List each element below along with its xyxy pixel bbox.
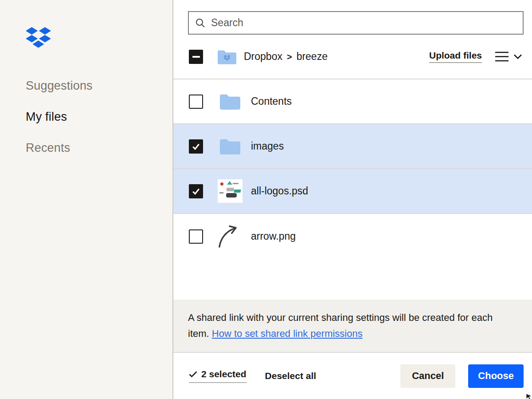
sidebar-item-suggestions[interactable]: Suggestions [26,79,172,93]
cancel-button[interactable]: Cancel [400,364,455,388]
file-type-icon [216,93,244,110]
file-name-label: arrow.png [251,230,296,242]
file-row[interactable]: images [173,124,532,169]
upload-files-link[interactable]: Upload files [429,50,482,63]
file-row[interactable]: Contents [173,79,532,124]
search-area [188,11,524,35]
toolbar-right: Upload files [429,50,522,63]
row-checkbox[interactable] [189,184,203,198]
file-chooser-dialog: Suggestions My files Recents [0,0,532,399]
deselect-all-button[interactable]: Deselect all [265,371,317,381]
file-type-icon [216,138,244,154]
file-row[interactable]: arrow.png [173,214,532,259]
check-icon [189,371,197,378]
check-icon [191,186,201,197]
list-view-icon [495,51,509,62]
search-box[interactable] [188,11,524,35]
folder-icon [220,138,240,154]
search-input[interactable] [211,17,516,29]
file-name-label: images [251,140,284,152]
dropbox-logo-icon [26,27,51,49]
file-name-label: Contents [251,95,292,107]
shared-link-notice: A shared link with your current sharing … [173,300,532,352]
breadcrumb-row: Dropbox > breeze Upload files [173,35,532,79]
select-all-checkbox[interactable] [189,50,203,64]
list-empty-space [173,259,532,300]
file-type-icon [216,179,244,203]
dropbox-folder-icon [218,49,236,64]
sidebar-item-my-files[interactable]: My files [26,110,172,124]
sidebar-item-recents[interactable]: Recents [26,141,172,155]
file-type-icon [216,224,244,249]
view-mode-toggle[interactable] [495,51,522,62]
folder-icon [220,93,240,110]
footer-action-bar: 2 selected Deselect all Cancel Choose [173,352,532,399]
choose-button[interactable]: Choose [468,364,524,388]
row-checkbox[interactable] [189,95,203,109]
row-checkbox[interactable] [189,139,203,154]
main-panel: Dropbox > breeze Upload files [173,0,532,399]
file-name-label: all-logos.psd [251,185,308,197]
psd-thumbnail [218,179,243,203]
breadcrumb-root[interactable]: Dropbox [244,51,282,63]
check-icon [191,141,201,152]
breadcrumb-current: breeze [297,51,328,63]
file-row[interactable]: all-logos.psd [173,169,532,214]
search-icon [195,18,206,28]
arrow-drawing-thumbnail [216,224,244,249]
chevron-right-icon: > [287,52,292,62]
minus-icon [192,56,200,58]
breadcrumb: Dropbox > breeze [244,51,328,63]
mouse-cursor [525,393,532,399]
sidebar-nav: Suggestions My files Recents [26,79,172,155]
file-list: Contents images all-logos.psd arro [173,79,532,259]
shared-link-permissions-link[interactable]: How to set shared link permissions [212,328,363,339]
sidebar: Suggestions My files Recents [0,0,173,399]
dialog-buttons: Cancel Choose [400,364,524,388]
selected-count-label: 2 selected [201,369,246,379]
selected-count[interactable]: 2 selected [189,369,246,383]
chevron-down-icon [513,54,522,59]
row-checkbox[interactable] [189,229,203,244]
